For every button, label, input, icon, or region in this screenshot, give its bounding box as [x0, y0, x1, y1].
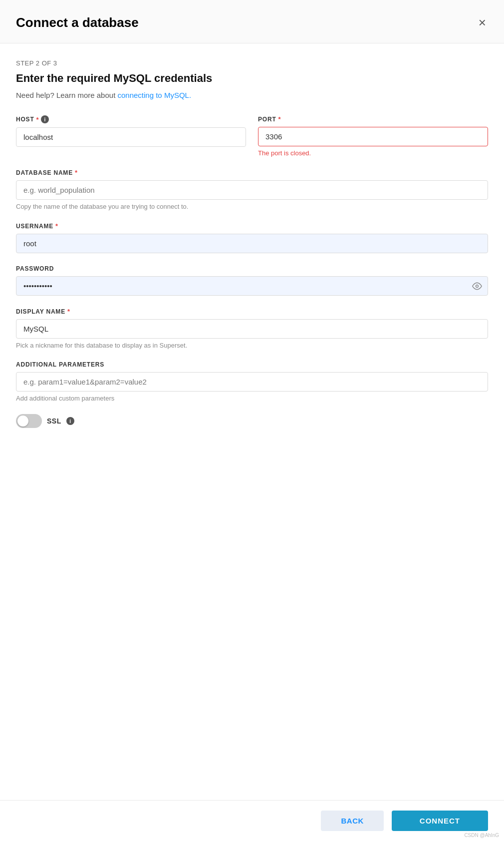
modal-title: Connect a database — [16, 15, 139, 30]
close-button[interactable]: × — [477, 14, 488, 31]
svg-point-0 — [476, 285, 479, 287]
display-name-required-star: * — [67, 308, 70, 315]
connect-button[interactable]: CONNECT — [392, 811, 488, 831]
host-info-icon[interactable]: i — [41, 115, 49, 123]
section-heading: Enter the required MySQL credentials — [16, 72, 488, 85]
back-button[interactable]: BACK — [321, 811, 383, 831]
ssl-info-icon[interactable]: i — [66, 417, 74, 425]
password-label: PASSWORD — [16, 265, 488, 272]
additional-parameters-hint: Add additional custom parameters — [16, 395, 488, 402]
connect-database-modal: Connect a database × STEP 2 OF 3 Enter t… — [0, 0, 504, 841]
host-port-row: HOST * i PORT * The port is closed. — [16, 115, 488, 157]
host-group: HOST * i — [16, 115, 246, 157]
port-input[interactable] — [258, 127, 488, 146]
help-text: Need help? Learn more about connecting t… — [16, 91, 488, 99]
ssl-toggle[interactable] — [16, 414, 42, 428]
port-required-star: * — [278, 115, 281, 123]
database-name-label: DATABASE NAME * — [16, 169, 488, 176]
password-wrapper — [16, 276, 488, 296]
modal-footer: BACK CONNECT — [0, 800, 504, 841]
additional-parameters-input[interactable] — [16, 372, 488, 392]
port-error-message: The port is closed. — [258, 149, 488, 157]
database-name-input[interactable] — [16, 180, 488, 200]
help-link[interactable]: connecting to MySQL. — [117, 91, 191, 99]
db-name-required-star: * — [75, 169, 78, 176]
password-group: PASSWORD — [16, 265, 488, 296]
username-label: USERNAME * — [16, 222, 488, 230]
ssl-label: SSL — [47, 417, 61, 425]
additional-parameters-label: ADDITIONAL PARAMETERS — [16, 361, 488, 368]
display-name-group: DISPLAY NAME * Pick a nickname for this … — [16, 308, 488, 349]
watermark: CSDN @AhInG — [464, 833, 499, 838]
database-name-group: DATABASE NAME * Copy the name of the dat… — [16, 169, 488, 210]
database-name-hint: Copy the name of the database you are tr… — [16, 203, 488, 210]
username-input[interactable] — [16, 234, 488, 253]
modal-header: Connect a database × — [0, 0, 504, 43]
port-group: PORT * The port is closed. — [258, 115, 488, 157]
username-group: USERNAME * — [16, 222, 488, 253]
step-label: STEP 2 OF 3 — [16, 59, 488, 67]
additional-parameters-group: ADDITIONAL PARAMETERS Add additional cus… — [16, 361, 488, 402]
password-input[interactable] — [16, 276, 488, 296]
modal-body: STEP 2 OF 3 Enter the required MySQL cre… — [0, 43, 504, 841]
port-label: PORT * — [258, 115, 488, 123]
host-required-star: * — [36, 116, 39, 123]
display-name-input[interactable] — [16, 319, 488, 339]
display-name-hint: Pick a nickname for this database to dis… — [16, 342, 488, 349]
host-label: HOST * i — [16, 115, 246, 123]
ssl-row: SSL i — [16, 414, 488, 428]
display-name-label: DISPLAY NAME * — [16, 308, 488, 315]
username-required-star: * — [55, 222, 58, 230]
host-input[interactable] — [16, 127, 246, 147]
show-password-button[interactable] — [472, 281, 482, 291]
ssl-slider — [16, 414, 42, 428]
